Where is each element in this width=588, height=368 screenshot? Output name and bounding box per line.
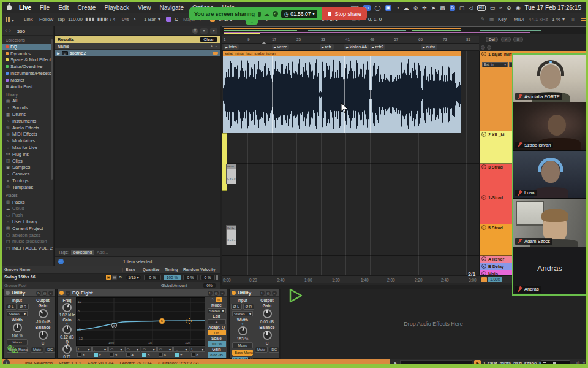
menubar-status-icon-4[interactable]: ◔ [396, 4, 399, 12]
info-icon[interactable]: i [3, 359, 10, 366]
gain-value[interactable]: 0.12 dB [60, 335, 74, 339]
sidebar-collection-master[interactable]: Master [2, 77, 53, 83]
menubar-status-icon-11[interactable]: ▢ [459, 4, 465, 12]
result-row-soothe2[interactable]: ▶ ≡ soothe2 [55, 50, 221, 56]
draw-tool-button[interactable]: ∕ [501, 37, 511, 42]
eq-band-5[interactable]: ◠▾5 [141, 347, 157, 357]
sidebar-collection-eq[interactable]: EQ [2, 44, 53, 50]
clear-results-button[interactable]: Clear [200, 37, 217, 42]
refresh-groove-icon[interactable]: ↻ [118, 275, 123, 280]
tap-tempo-button[interactable]: Tap [57, 17, 65, 22]
preview-headphone-button[interactable]: ◠ [58, 259, 64, 264]
adapt-q-toggle[interactable]: On [208, 330, 226, 335]
search-input[interactable]: soo [17, 28, 25, 34]
spectrum-button[interactable]: ılıı [216, 297, 222, 302]
zoom-out-button[interactable]: − [487, 45, 491, 50]
global-amount-field[interactable]: 0% [203, 283, 216, 288]
groove-slider-handle[interactable] [216, 275, 218, 280]
sort-asc-icon[interactable]: ▲ [210, 44, 214, 48]
device-on-toggle[interactable] [59, 291, 64, 295]
mute-button[interactable]: Mute [255, 347, 268, 353]
menubar-clock[interactable]: Tue 17 Feb 17:26:15 [525, 4, 581, 11]
sidebar-library-midi-effects[interactable]: ⇉MIDI Effects [2, 131, 53, 138]
track-lane[interactable] [222, 194, 479, 224]
gain-knob[interactable] [62, 325, 72, 334]
balance-value[interactable]: C [42, 341, 45, 345]
band-toggle[interactable] [175, 353, 179, 357]
track-lane[interactable] [222, 164, 479, 194]
fold-device-icon[interactable]: − [220, 291, 225, 296]
follow-button[interactable]: Follow [39, 17, 53, 22]
sidebar-library-templates[interactable]: ⊟Templates [2, 184, 53, 191]
q-knob[interactable] [62, 345, 72, 354]
menu-item-create[interactable]: Create [77, 4, 96, 11]
mini-clip-1[interactable]: Ud GxC e C e C [226, 225, 236, 245]
back-icon[interactable]: ‹ [5, 28, 7, 34]
sidebar-collection-audio-post[interactable]: Audio Post [2, 83, 53, 90]
phase-right-button[interactable]: Ø R [243, 304, 255, 310]
gain-knob[interactable] [263, 309, 272, 318]
forward-icon[interactable]: › [9, 28, 11, 34]
metronome-button[interactable]: ▮▮▮ ▮▮▮ [85, 17, 107, 22]
q-value[interactable]: 0.71 [63, 355, 71, 359]
band-toggle[interactable] [142, 353, 146, 357]
menubar-status-icon-10[interactable]: ⧉ [450, 5, 455, 11]
sidebar-place-cloud[interactable]: ☁Cloud [2, 205, 53, 212]
eq8-curve-display[interactable]: 1260-6-12 1001k10k ⊘ 5 7 [76, 297, 205, 346]
menubar-status-icon-7[interactable]: ✛ [422, 4, 427, 12]
utility1-title-bar[interactable]: Utility ↻▤− [4, 289, 55, 297]
menubar-status-icon-2[interactable]: ◯ [375, 4, 381, 12]
sidebar-library-sounds[interactable]: ♪Sounds [2, 104, 53, 111]
midi-preview-strip[interactable] [541, 360, 570, 366]
fold-icon[interactable]: ▼ [481, 164, 486, 169]
eq-node-5[interactable]: 5 [159, 318, 165, 324]
midi-map-button[interactable]: MIDI [514, 17, 524, 22]
eq-node-2[interactable]: ⊘ [111, 323, 117, 328]
menubar-status-icon-14[interactable]: ▭ [490, 4, 496, 12]
cloud-icon[interactable]: ☁ [264, 11, 270, 17]
sidebar-library-grooves[interactable]: ≈Grooves [2, 171, 53, 177]
audio-clip-waveform[interactable] [223, 56, 461, 133]
dc-button[interactable]: DC [269, 347, 279, 353]
sidebar-place-push[interactable]: ▭Push [2, 212, 53, 218]
scale-field[interactable]: 100 % [208, 341, 226, 347]
quantization-caret-icon[interactable]: ▾ [158, 17, 160, 22]
sidebar-library-modulators[interactable]: ∿Modulators [2, 137, 53, 144]
track-lane[interactable] [222, 263, 479, 270]
sidebar-place-music-production[interactable]: ▢music production [2, 239, 53, 245]
width-knob[interactable] [13, 323, 22, 332]
fold-icon[interactable]: ▼ [481, 225, 486, 230]
save-preset-icon[interactable]: ▤ [42, 291, 47, 296]
sidebar-library-all[interactable]: ▤All [2, 98, 53, 105]
sidebar-library-clips[interactable]: ◫Clips [2, 158, 53, 164]
locator-outro[interactable]: ▶outro [421, 44, 437, 50]
mono-button[interactable]: Mono [232, 342, 253, 348]
balance-knob[interactable] [263, 331, 272, 340]
gain-knob[interactable] [39, 309, 48, 318]
sidebar-library-plug-ins[interactable]: ⊶Plug-ins [2, 151, 53, 158]
speed-field[interactable]: 1.00x [488, 277, 502, 282]
save-preset-icon[interactable]: ▤ [266, 291, 271, 296]
sidebar-place-current-project[interactable]: ▤Current Project [2, 225, 53, 232]
eq-band-6[interactable]: ◠▾6 [157, 347, 173, 357]
gain-value[interactable]: 0.00 dB [260, 320, 274, 324]
clear-filter-icon[interactable]: ✕ [192, 28, 198, 34]
add-tag-button[interactable]: Add... [97, 250, 108, 255]
computer-midi-keyboard-icon[interactable]: ▦ [489, 17, 494, 22]
warp-icon[interactable] [481, 277, 487, 282]
sidebar-scrollbar[interactable] [51, 39, 53, 180]
menubar-status-icon-13[interactable]: HU [477, 5, 485, 11]
key-map-button[interactable]: Key [498, 17, 507, 22]
swing-icon[interactable]: ◔ [133, 17, 136, 22]
track-input-select[interactable]: Ext. In▾ [482, 62, 508, 67]
fold-device-icon[interactable]: − [48, 291, 53, 296]
save-groove-icon[interactable]: ▤ [112, 275, 117, 280]
sidebar-collection-space-mod-effects[interactable]: Space & Mod Effects [2, 57, 53, 64]
band-toggle[interactable] [191, 353, 195, 357]
sidebar-library-audio-effects[interactable]: ⇆Audio Effects [2, 125, 53, 131]
phase-left-button[interactable]: Ø L [231, 304, 242, 310]
plugin-activate-toggle[interactable] [213, 52, 218, 55]
groove-velocity-field[interactable]: 0 % [200, 275, 215, 280]
freq-knob[interactable] [62, 303, 72, 312]
eq-band-8[interactable]: \▾8 [190, 347, 206, 357]
